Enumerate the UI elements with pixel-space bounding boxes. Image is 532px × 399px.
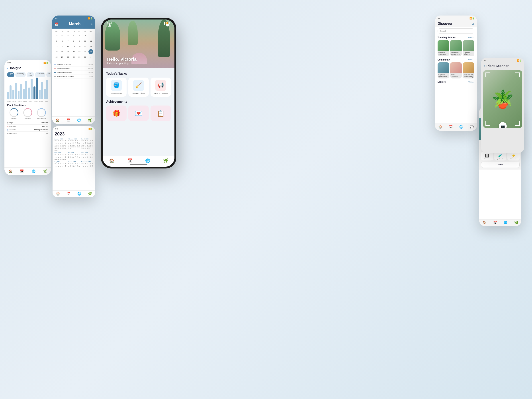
cal-day-8[interactable]: 8 [71, 38, 76, 44]
harvest-icon: 📢 [155, 80, 166, 91]
main-nav-home[interactable]: 🏠 [109, 158, 114, 163]
task-card-water[interactable]: 🪣 Water Levels [106, 78, 127, 97]
main-nav-calendar[interactable]: 📅 [127, 158, 132, 163]
disc-explore-view-all[interactable]: View All [468, 81, 474, 83]
achievement-heart[interactable]: 💌 [128, 106, 149, 121]
cal-day-22[interactable]: 22 [71, 49, 76, 54]
cal-day-30[interactable]: 30 [77, 55, 82, 59]
disc-settings-icon[interactable]: ⚙ [471, 22, 474, 25]
growth-gauge-circle [10, 108, 18, 117]
cal-day-14[interactable]: 14 [66, 44, 70, 49]
cal-day-6[interactable]: 6 [60, 38, 65, 44]
disc-nav-home[interactable]: 🏠 [438, 125, 442, 129]
plants-nav-home[interactable]: 🏠 [482, 221, 486, 224]
cal-day-23[interactable]: 23 [77, 49, 82, 54]
cal-day-3[interactable]: 3 [83, 33, 88, 38]
tab-light[interactable]: Light [7, 72, 14, 77]
nav-globe-icon[interactable]: 🌐 [32, 169, 35, 173]
cal-nav-leaf[interactable]: 🌿 [88, 118, 92, 122]
year-nav-globe[interactable]: 🌐 [77, 192, 81, 196]
control-ph[interactable]: 🧪 pH Levels [494, 152, 507, 160]
tab-all[interactable]: All [46, 72, 51, 77]
control-nutrients[interactable]: 🔲 Nutrients [481, 152, 493, 160]
task-cleaning-time: 60min. [89, 68, 93, 69]
cal-day-24[interactable]: 24 [83, 49, 88, 54]
year-nav-leaf[interactable]: 🌿 [88, 192, 92, 196]
insight-back-button[interactable]: ‹ [7, 66, 8, 70]
cal-day-prev-29[interactable]: 29 [54, 33, 59, 38]
disc-card-systems[interactable]: Types of Systems [463, 40, 474, 56]
disc-community-view-all[interactable]: View All [468, 59, 474, 61]
cal-day-9[interactable]: 9 [77, 38, 82, 44]
cal-day-18[interactable]: 18 [89, 44, 93, 49]
disc-card-hydroponics[interactable]: Benefits of Hydroponics [450, 40, 462, 56]
disc-nav-globe[interactable]: 🌐 [459, 125, 463, 129]
task-cleaning-name: System Cleaning [57, 67, 70, 69]
cal-day-13[interactable]: 13 [60, 44, 65, 49]
disc-nav-cal[interactable]: 📅 [449, 125, 453, 129]
cal-day-7[interactable]: 7 [66, 38, 70, 44]
cal-day-21[interactable]: 21 [66, 49, 70, 54]
task-card-clean[interactable]: 🧹 System Clean [128, 78, 149, 97]
plants-nav-cal[interactable]: 📅 [493, 221, 497, 224]
cal-day-1[interactable]: 1 [71, 33, 76, 38]
cal-day-prev-30[interactable]: 30 [60, 33, 65, 38]
cal-day-11[interactable]: 11 [89, 38, 93, 44]
year-nav-home[interactable]: 🏠 [56, 192, 60, 196]
tab-nutrients[interactable]: Nutrients [35, 72, 45, 77]
main-nav-globe[interactable]: 🌐 [145, 158, 150, 163]
tab-airflow[interactable]: Air Flow [27, 72, 34, 77]
cal-day-2[interactable]: 2 [77, 33, 82, 38]
disc-trending-view-all[interactable]: View All [468, 37, 474, 38]
cal-day-17[interactable]: 17 [83, 44, 88, 49]
insight-status-icons: 📶🔋 [44, 62, 48, 64]
disc-nav-chat[interactable]: 💬 [470, 125, 474, 129]
control-ec[interactable]: ⚡ EC Levels [507, 152, 519, 160]
disc-explore-section: Explore View All [435, 79, 477, 85]
cal-nav-cal[interactable]: 📅 [66, 118, 70, 122]
nav-home-icon[interactable]: 🏠 [8, 169, 12, 173]
tab-humidity[interactable]: Humidity [15, 72, 26, 77]
disc-card-beginner[interactable]: Beginner Hydroponics [437, 62, 449, 78]
nav-leaf-icon[interactable]: 🌿 [43, 169, 47, 173]
year-nav-cal[interactable]: 📅 [67, 192, 70, 196]
cal-day-12[interactable]: 12 [54, 44, 59, 49]
disc-card-agriculture[interactable]: Future of Agriculture [437, 40, 449, 56]
tasks-cards-row: 🪣 Water Levels 🧹 System Clean 📢 Time to … [106, 78, 171, 97]
cal-day-15[interactable]: 15 [71, 44, 76, 49]
cal-add-button[interactable]: + [91, 22, 93, 26]
weekday-mo: Mo [54, 30, 60, 32]
task-card-harvest[interactable]: 📢 Time to Harvest [151, 78, 171, 97]
scanner-back-button[interactable]: ‹ [484, 64, 485, 68]
main-nav-leaf[interactable]: 🌿 [163, 158, 168, 163]
cal-day-19[interactable]: 19 [54, 49, 59, 54]
nav-calendar-icon[interactable]: 📅 [20, 169, 24, 173]
notes-button[interactable]: Notes [481, 162, 519, 168]
disc-community-cards: Beginner Hydroponics Floral Collection E… [437, 62, 474, 78]
cal-day-20[interactable]: 20 [60, 49, 65, 54]
cal-day-next-1[interactable]: 1 [89, 55, 93, 59]
cal-day-5[interactable]: 5 [54, 38, 59, 44]
plants-nav-leaf[interactable]: 🌿 [514, 221, 518, 224]
achievement-gift[interactable]: 🎁 [106, 106, 127, 121]
disc-search-bar[interactable]: Search [437, 28, 474, 34]
cal-nav-home[interactable]: 🏠 [56, 118, 59, 122]
plants-nav-globe[interactable]: 🌐 [504, 221, 507, 224]
cal-day-27[interactable]: 27 [60, 55, 65, 59]
cal-day-31[interactable]: 31 [83, 55, 88, 59]
cal-day-29[interactable]: 29 [71, 55, 76, 59]
cal-day-28[interactable]: 28 [66, 55, 70, 59]
cal-day-16[interactable]: 16 [77, 44, 82, 49]
cal-day-10[interactable]: 10 [83, 38, 88, 44]
cal-day-26[interactable]: 26 [54, 55, 59, 59]
cal-nav: 🏠 📅 🌐 🌿 [52, 116, 95, 124]
cal-day-prev-31[interactable]: 31 [66, 33, 70, 38]
disc-card-floral[interactable]: Floral Collection [450, 62, 462, 78]
main-status-icons: ▐ 🛜 ▓ [163, 22, 170, 24]
achievement-list[interactable]: 📋 [151, 106, 171, 121]
disc-card-easygrowing[interactable]: Easy to Grow Fruit and Veg [463, 62, 474, 78]
cal-day-25-today[interactable]: 25 [89, 49, 93, 54]
achievements-section-title: Achievements [106, 100, 171, 103]
cal-day-4[interactable]: 4 [89, 33, 93, 38]
cal-nav-globe[interactable]: 🌐 [77, 118, 81, 122]
